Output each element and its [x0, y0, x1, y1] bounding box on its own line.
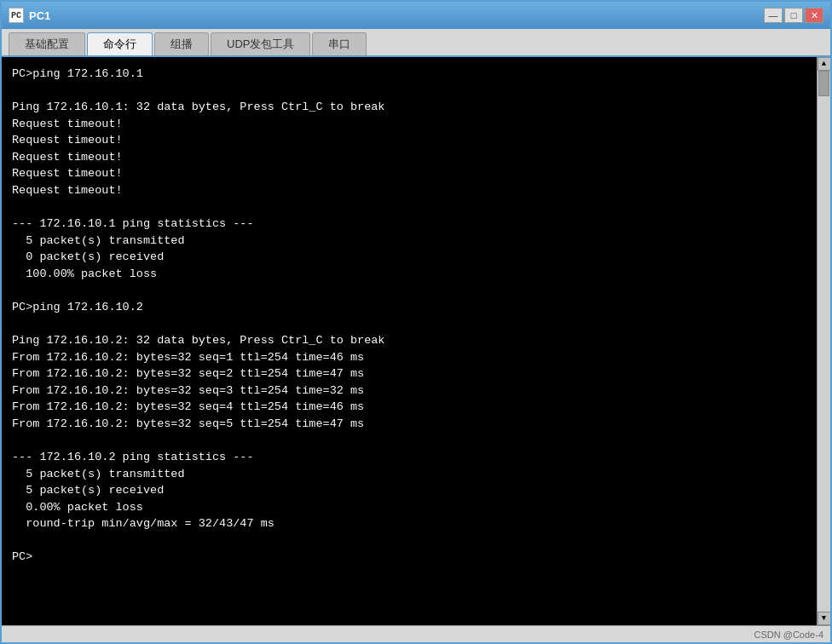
status-text: CSDN @Code-4	[754, 630, 823, 640]
scroll-thumb[interactable]	[818, 71, 829, 96]
tab-multicast[interactable]: 组播	[154, 32, 209, 55]
title-bar: PC PC1 — □ ✕	[2, 2, 830, 29]
title-buttons: — □ ✕	[764, 8, 823, 23]
terminal-output[interactable]: PC>ping 172.16.10.1 Ping 172.16.10.1: 32…	[2, 57, 817, 625]
tab-command-line[interactable]: 命令行	[87, 32, 153, 55]
status-bar: CSDN @Code-4	[2, 625, 830, 642]
main-window: PC PC1 — □ ✕ 基础配置 命令行 组播 UDP发包工具 串口 PC>p…	[0, 0, 832, 644]
window-icon: PC	[9, 8, 24, 23]
content-area: PC>ping 172.16.10.1 Ping 172.16.10.1: 32…	[2, 57, 830, 625]
title-bar-left: PC PC1	[9, 8, 50, 23]
scroll-up-button[interactable]: ▲	[818, 57, 831, 71]
tab-bar: 基础配置 命令行 组播 UDP发包工具 串口	[2, 29, 830, 57]
maximize-button[interactable]: □	[784, 8, 803, 23]
window-title: PC1	[29, 9, 50, 22]
scrollbar: ▲ ▼	[817, 57, 830, 625]
tab-serial[interactable]: 串口	[312, 32, 367, 55]
minimize-button[interactable]: —	[764, 8, 783, 23]
tab-basic-config[interactable]: 基础配置	[9, 32, 85, 55]
scroll-down-button[interactable]: ▼	[818, 612, 831, 625]
tab-udp-tool[interactable]: UDP发包工具	[211, 32, 310, 55]
close-button[interactable]: ✕	[805, 8, 823, 23]
scroll-track	[818, 71, 830, 612]
